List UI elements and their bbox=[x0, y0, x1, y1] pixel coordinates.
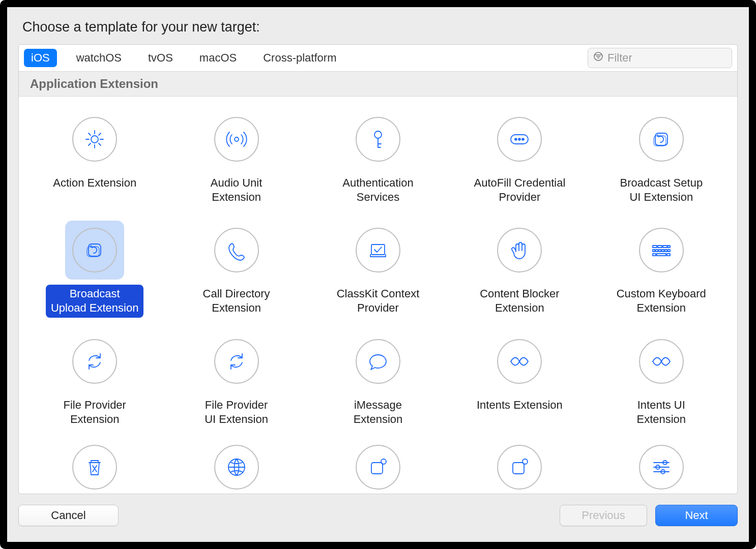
template-item[interactable]: Broadcast Upload Extension bbox=[24, 217, 165, 327]
template-item-label: Broadcast Upload Extension bbox=[46, 285, 143, 317]
keyboard-icon bbox=[632, 221, 691, 280]
template-item-label: Content Blocker Extension bbox=[475, 285, 565, 317]
template-item-label: Call Directory Extension bbox=[198, 285, 275, 317]
phone-icon bbox=[207, 221, 266, 280]
sync-icon bbox=[207, 332, 266, 391]
filter-icon bbox=[593, 51, 603, 65]
svg-point-9 bbox=[518, 138, 520, 140]
template-item-label: Action Extension bbox=[48, 174, 141, 192]
template-item[interactable]: ClassKit Context Provider bbox=[307, 217, 449, 327]
stack-rot-icon bbox=[632, 110, 691, 169]
template-item[interactable]: Custom Keyboard Extension bbox=[591, 217, 732, 327]
template-item[interactable]: File Provider UI Extension bbox=[165, 328, 307, 439]
svg-rect-26 bbox=[653, 254, 656, 256]
cancel-button[interactable]: Cancel bbox=[18, 505, 119, 526]
template-item[interactable]: Broadcast Setup UI Extension bbox=[591, 106, 732, 217]
template-item-label: ClassKit Context Provider bbox=[332, 285, 425, 317]
svg-rect-24 bbox=[665, 250, 667, 252]
template-grid: Action ExtensionAudio Unit ExtensionAuth… bbox=[19, 97, 737, 494]
square-dot-icon bbox=[348, 443, 408, 489]
template-item[interactable]: AutoFill Credential Provider bbox=[449, 106, 590, 217]
svg-rect-18 bbox=[663, 246, 667, 248]
template-item[interactable] bbox=[591, 439, 732, 494]
svg-rect-28 bbox=[667, 254, 670, 256]
key-icon bbox=[348, 110, 408, 169]
platform-tab-tvos[interactable]: tvOS bbox=[141, 49, 180, 67]
template-item[interactable]: Action Extension bbox=[24, 106, 165, 217]
next-button[interactable]: Next bbox=[655, 505, 738, 526]
template-item-label: File Provider Extension bbox=[58, 396, 131, 429]
svg-point-6 bbox=[374, 131, 382, 138]
bubble-icon bbox=[348, 332, 408, 391]
dialog-title: Choose a template for your new target: bbox=[18, 11, 738, 44]
platform-tab-watchos[interactable]: watchOS bbox=[69, 49, 129, 67]
template-item-label: Broadcast Setup UI Extension bbox=[615, 174, 708, 206]
template-item[interactable]: Call Directory Extension bbox=[165, 217, 307, 327]
platform-tab-macos[interactable]: macOS bbox=[192, 49, 244, 67]
template-item[interactable] bbox=[24, 439, 165, 494]
filter-input[interactable]: Filter bbox=[588, 48, 732, 68]
template-item-label: Audio Unit Extension bbox=[201, 174, 272, 206]
svg-point-5 bbox=[235, 137, 239, 141]
template-item-label: AutoFill Credential Provider bbox=[469, 174, 571, 206]
wave-icon bbox=[632, 332, 691, 391]
section-header: Application Extension bbox=[19, 72, 737, 97]
template-item-label: File Provider UI Extension bbox=[199, 396, 273, 429]
svg-rect-32 bbox=[513, 463, 524, 474]
svg-rect-16 bbox=[653, 246, 657, 248]
svg-rect-30 bbox=[371, 463, 383, 474]
template-item[interactable]: Audio Unit Extension bbox=[165, 106, 307, 217]
svg-point-8 bbox=[515, 138, 517, 140]
filter-placeholder: Filter bbox=[607, 51, 632, 65]
gear-icon bbox=[65, 110, 124, 169]
check-art-icon bbox=[348, 221, 408, 280]
radio-icon bbox=[207, 110, 266, 169]
previous-button[interactable]: Previous bbox=[560, 505, 647, 526]
template-item[interactable] bbox=[449, 439, 590, 494]
template-item[interactable]: File Provider Extension bbox=[24, 328, 165, 439]
template-item[interactable] bbox=[165, 439, 307, 494]
template-item[interactable] bbox=[307, 439, 449, 494]
template-item-label: Custom Keyboard Extension bbox=[612, 285, 711, 317]
template-item[interactable]: Intents Extension bbox=[449, 328, 590, 439]
platform-tab-cross-platform[interactable]: Cross-platform bbox=[256, 49, 343, 67]
footer-bar: Cancel Previous Next bbox=[18, 501, 738, 530]
svg-point-31 bbox=[381, 459, 386, 464]
svg-rect-23 bbox=[662, 250, 664, 252]
svg-point-4 bbox=[91, 136, 98, 143]
template-panel: iOSwatchOStvOSmacOSCross-platform Filter bbox=[18, 44, 738, 494]
wave-icon bbox=[490, 332, 549, 391]
template-item-label: iMessage Extension bbox=[342, 396, 414, 429]
template-item[interactable]: Intents UI Extension bbox=[591, 328, 732, 439]
template-item-label: Intents Extension bbox=[472, 396, 568, 414]
svg-rect-19 bbox=[668, 246, 670, 248]
svg-rect-22 bbox=[659, 250, 661, 252]
svg-rect-20 bbox=[653, 250, 655, 252]
svg-rect-21 bbox=[656, 250, 658, 252]
template-item[interactable]: Authentication Services bbox=[307, 106, 449, 217]
svg-rect-25 bbox=[668, 250, 670, 252]
svg-rect-15 bbox=[371, 245, 385, 255]
template-item-label: Authentication Services bbox=[337, 174, 418, 206]
svg-rect-27 bbox=[657, 254, 666, 256]
dots-icon bbox=[490, 110, 549, 169]
platform-tab-ios[interactable]: iOS bbox=[24, 49, 57, 67]
template-item[interactable]: Content Blocker Extension bbox=[449, 217, 590, 327]
square-dot-icon bbox=[490, 443, 549, 489]
globe-icon bbox=[207, 443, 266, 489]
sliders-icon bbox=[632, 443, 691, 489]
svg-point-33 bbox=[522, 459, 528, 464]
template-item[interactable]: iMessage Extension bbox=[307, 328, 449, 439]
svg-point-10 bbox=[522, 138, 524, 140]
stack-rot-icon bbox=[65, 221, 124, 280]
sync-icon bbox=[65, 332, 124, 391]
svg-rect-17 bbox=[658, 246, 662, 248]
trash-icon bbox=[65, 443, 124, 489]
hand-icon bbox=[490, 221, 549, 280]
platform-bar: iOSwatchOStvOSmacOSCross-platform Filter bbox=[19, 45, 737, 72]
template-item-label: Intents UI Extension bbox=[626, 396, 697, 429]
